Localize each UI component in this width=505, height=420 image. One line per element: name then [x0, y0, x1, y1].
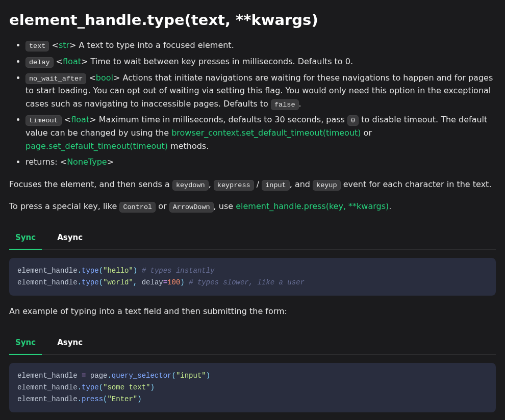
tok — [137, 278, 141, 286]
tok: . — [107, 372, 111, 380]
zero-code: 0 — [347, 115, 359, 126]
tok: ( — [99, 278, 103, 286]
tok: . — [78, 278, 82, 286]
tok: ) — [180, 278, 184, 286]
doc-container: element_handle.type(text, **kwargs) text… — [0, 0, 505, 420]
control-code: Control — [119, 202, 156, 213]
desc1-tail: event for each character in the text. — [341, 179, 492, 189]
tok — [185, 278, 189, 286]
slash: / — [254, 179, 262, 189]
tok: "hello" — [103, 267, 133, 275]
param-name-code: delay — [26, 57, 54, 68]
param-nwa-desc-2: . — [299, 99, 301, 109]
tok: 100 — [167, 278, 180, 286]
tok: query_selector — [112, 372, 172, 380]
tok: ) — [133, 267, 137, 275]
arrowdown-code: ArrowDown — [169, 202, 214, 213]
tok: "Enter" — [107, 395, 137, 403]
description-special-key: To press a special key, like Control or … — [9, 200, 496, 213]
sep: , and — [290, 179, 313, 189]
tok: # types instantly — [142, 267, 215, 275]
or: or — [156, 201, 169, 211]
keyup-code: keyup — [313, 180, 341, 191]
param-text: text <str> A text to type into a focused… — [26, 39, 496, 52]
tok: element_handle — [17, 267, 78, 275]
tab-async[interactable]: Async — [51, 331, 89, 355]
tok: . — [78, 383, 82, 391]
false-code: false — [271, 99, 299, 110]
param-delay-desc: > Time to wait between key presses in mi… — [81, 57, 353, 66]
tok: "input" — [176, 372, 206, 380]
param-name-code: text — [26, 41, 49, 51]
param-timeout: timeout <float> Maximum time in millisec… — [26, 113, 496, 152]
type-link-nonetype[interactable]: NoneType — [67, 157, 107, 167]
input-code: input — [262, 180, 290, 191]
type-link-float[interactable]: float — [71, 115, 89, 124]
param-returns: returns: <NoneType> — [26, 155, 496, 169]
desc2-tail: . — [389, 201, 391, 211]
returns-label: returns: < — [26, 157, 67, 167]
tok: element_handle — [17, 372, 82, 380]
mid-paragraph: An example of typing into a text field a… — [9, 305, 496, 318]
keydown-code: keydown — [172, 180, 209, 191]
desc2-pre: To press a special key, like — [9, 201, 119, 211]
sep: , — [209, 179, 214, 189]
tab-async[interactable]: Async — [51, 226, 89, 250]
use: , use — [214, 201, 236, 211]
tok: type — [82, 383, 99, 391]
param-timeout-desc-1: > Maximum time in milliseconds, defaults… — [89, 115, 347, 124]
tok: page — [86, 372, 107, 380]
type-link-str[interactable]: str — [59, 40, 69, 50]
keypress-code: keypress — [214, 180, 254, 191]
tok: # types slower, like a user — [189, 278, 305, 286]
desc1-pre: Focuses the element, and then sends a — [9, 179, 172, 189]
tok: . — [78, 395, 82, 403]
tok: element_handle — [17, 278, 78, 286]
method-heading: element_handle.type(text, **kwargs) — [9, 8, 496, 32]
link-page-timeout[interactable]: page.set_default_timeout(timeout) — [26, 141, 168, 151]
code-tabs-2: Sync Async — [9, 331, 496, 355]
param-timeout-tail: methods. — [168, 141, 209, 151]
tab-sync[interactable]: Sync — [9, 226, 42, 250]
type-link-float[interactable]: float — [63, 57, 81, 66]
tok: "world" — [103, 278, 133, 286]
tok: press — [82, 395, 103, 403]
type-link-bool[interactable]: bool — [96, 73, 113, 83]
description-events: Focuses the element, and then sends a ke… — [9, 178, 496, 191]
tok: ) — [206, 372, 210, 380]
tok: type — [82, 267, 99, 275]
code-tabs-1: Sync Async — [9, 226, 496, 250]
param-delay: delay <float> Time to wait between key p… — [26, 55, 496, 68]
tok: ( — [99, 267, 103, 275]
code-example-2: element_handle = page.query_selector("in… — [9, 363, 496, 412]
tok: ( — [171, 372, 175, 380]
tok: , — [133, 278, 137, 286]
param-name-code: timeout — [26, 115, 62, 126]
tok: = — [163, 278, 167, 286]
code-example-1: element_handle.type("hello") # types ins… — [9, 258, 496, 296]
param-text-desc: > A text to type into a focused element. — [69, 40, 234, 50]
tok: "some text" — [103, 383, 150, 391]
tok: type — [82, 278, 99, 286]
tok: ( — [99, 383, 103, 391]
tok: element_handle — [17, 395, 78, 403]
link-element-handle-press[interactable]: element_handle.press(key, **kwargs) — [236, 201, 389, 211]
tok: element_handle — [17, 383, 78, 391]
tok: . — [78, 267, 82, 275]
tok — [137, 267, 141, 275]
tok: ) — [150, 383, 154, 391]
returns-tail: > — [107, 157, 114, 167]
param-no-wait-after: no_wait_after <bool> Actions that initia… — [26, 71, 496, 111]
tok: ) — [137, 395, 141, 403]
link-browser-context-timeout[interactable]: browser_context.set_default_timeout(time… — [171, 128, 361, 138]
param-timeout-or: or — [361, 128, 372, 138]
param-name-code: no_wait_after — [26, 73, 86, 84]
tok: delay — [142, 278, 163, 286]
tab-sync[interactable]: Sync — [9, 331, 42, 355]
parameters-list: text <str> A text to type into a focused… — [9, 39, 496, 168]
